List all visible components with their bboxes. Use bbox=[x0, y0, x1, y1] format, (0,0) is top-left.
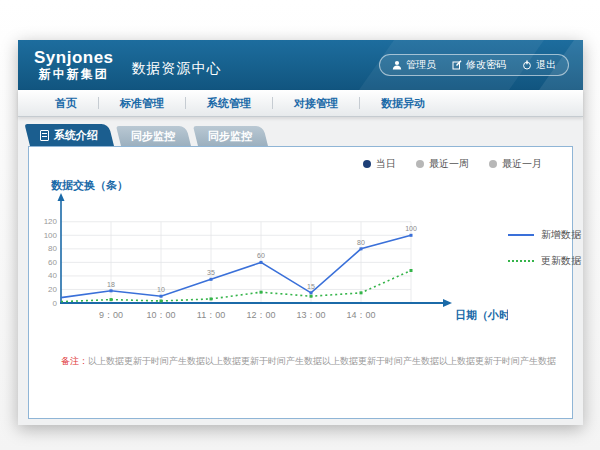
period-option-last-week[interactable]: 最近一周 bbox=[416, 157, 469, 171]
footnote-prefix: 备注： bbox=[61, 356, 88, 366]
svg-text:日期（小时）: 日期（小时） bbox=[455, 309, 508, 322]
main-nav: 首页 标准管理 系统管理 对接管理 数据异动 bbox=[18, 90, 583, 117]
tab-sync-monitor-1[interactable]: 同步监控 bbox=[121, 126, 191, 146]
logo-english: Synjones bbox=[34, 49, 114, 68]
nav-item-home[interactable]: 首页 bbox=[34, 96, 98, 111]
radio-dot-icon bbox=[416, 160, 424, 168]
tab-label: 同步监控 bbox=[208, 126, 252, 146]
chart-legend: 新增数据 更新数据 bbox=[508, 228, 581, 268]
tab-system-intro[interactable]: 系统介绍 bbox=[30, 124, 114, 146]
page-title: 数据资源中心 bbox=[132, 60, 222, 78]
power-icon bbox=[522, 60, 532, 70]
svg-text:80: 80 bbox=[48, 244, 57, 253]
svg-text:40: 40 bbox=[48, 271, 57, 280]
current-user-button[interactable]: 管理员 bbox=[392, 58, 436, 72]
app-window: Synjones 新中新集团 数据资源中心 管理员 修改 bbox=[18, 40, 583, 425]
tab-sync-monitor-2[interactable]: 同步监控 bbox=[198, 126, 268, 146]
period-option-label: 最近一周 bbox=[429, 157, 469, 171]
svg-text:18: 18 bbox=[107, 281, 115, 288]
period-filter-group: 当日 最近一周 最近一月 bbox=[363, 157, 542, 171]
user-icon bbox=[392, 60, 402, 70]
svg-text:10: 10 bbox=[157, 286, 165, 293]
period-option-label: 当日 bbox=[376, 157, 396, 171]
footnote-text: 以上数据更新于时间产生数据以上数据更新于时间产生数据以上数据更新于时间产生数据以… bbox=[88, 356, 556, 366]
desktop-background: Synjones 新中新集团 数据资源中心 管理员 修改 bbox=[0, 0, 600, 450]
legend-line-swatch bbox=[508, 260, 534, 262]
current-user-label: 管理员 bbox=[406, 58, 436, 72]
period-option-label: 最近一月 bbox=[502, 157, 542, 171]
svg-text:100: 100 bbox=[44, 231, 58, 240]
svg-text:0: 0 bbox=[53, 299, 58, 308]
svg-text:60: 60 bbox=[48, 258, 57, 267]
svg-text:11：00: 11：00 bbox=[197, 310, 225, 320]
svg-text:10：00: 10：00 bbox=[146, 310, 175, 320]
legend-label: 更新数据 bbox=[541, 254, 581, 268]
period-option-last-month[interactable]: 最近一月 bbox=[489, 157, 542, 171]
logout-label: 退出 bbox=[536, 58, 556, 72]
app-header: Synjones 新中新集团 数据资源中心 管理员 修改 bbox=[18, 40, 583, 90]
content-panel: 当日 最近一周 最近一月 数据交换（条） 0204060801001201810… bbox=[28, 146, 573, 419]
edit-icon bbox=[452, 60, 462, 70]
nav-item-data-changes[interactable]: 数据异动 bbox=[360, 96, 446, 111]
svg-text:120: 120 bbox=[44, 217, 58, 226]
radio-dot-icon bbox=[363, 160, 371, 168]
svg-text:80: 80 bbox=[357, 239, 365, 246]
svg-text:14：00: 14：00 bbox=[346, 310, 375, 320]
chart-container: 0204060801001201810356015801009：0010：001… bbox=[43, 185, 568, 335]
content-area: 系统介绍 同步监控 同步监控 当日 bbox=[18, 117, 583, 424]
nav-item-standards[interactable]: 标准管理 bbox=[99, 96, 185, 111]
nav-item-system[interactable]: 系统管理 bbox=[186, 96, 272, 111]
document-icon bbox=[40, 130, 49, 141]
nav-item-integration[interactable]: 对接管理 bbox=[273, 96, 359, 111]
svg-text:60: 60 bbox=[257, 252, 265, 259]
tab-bar: 系统介绍 同步监控 同步监控 bbox=[30, 124, 275, 146]
tab-label: 同步监控 bbox=[131, 126, 175, 146]
svg-text:15: 15 bbox=[307, 283, 315, 290]
legend-item-new-data: 新增数据 bbox=[508, 228, 581, 242]
svg-text:35: 35 bbox=[207, 269, 215, 276]
exchange-chart: 0204060801001201810356015801009：0010：001… bbox=[43, 185, 508, 335]
tab-label: 系统介绍 bbox=[54, 124, 98, 146]
logo-chinese: 新中新集团 bbox=[34, 68, 114, 81]
radio-dot-icon bbox=[489, 160, 497, 168]
svg-text:20: 20 bbox=[48, 285, 57, 294]
footnote: 备注：以上数据更新于时间产生数据以上数据更新于时间产生数据以上数据更新于时间产生… bbox=[61, 355, 556, 368]
change-password-label: 修改密码 bbox=[466, 58, 506, 72]
logout-button[interactable]: 退出 bbox=[522, 58, 556, 72]
svg-text:13：00: 13：00 bbox=[296, 310, 325, 320]
svg-text:100: 100 bbox=[405, 225, 417, 232]
svg-text:9：00: 9：00 bbox=[99, 310, 123, 320]
change-password-button[interactable]: 修改密码 bbox=[452, 58, 506, 72]
legend-label: 新增数据 bbox=[541, 228, 581, 242]
legend-line-swatch bbox=[508, 234, 534, 236]
period-option-today[interactable]: 当日 bbox=[363, 157, 396, 171]
user-toolbar: 管理员 修改密码 退出 bbox=[379, 54, 569, 76]
legend-item-updated-data: 更新数据 bbox=[508, 254, 581, 268]
company-logo: Synjones 新中新集团 bbox=[34, 49, 114, 81]
svg-text:12：00: 12：00 bbox=[246, 310, 275, 320]
